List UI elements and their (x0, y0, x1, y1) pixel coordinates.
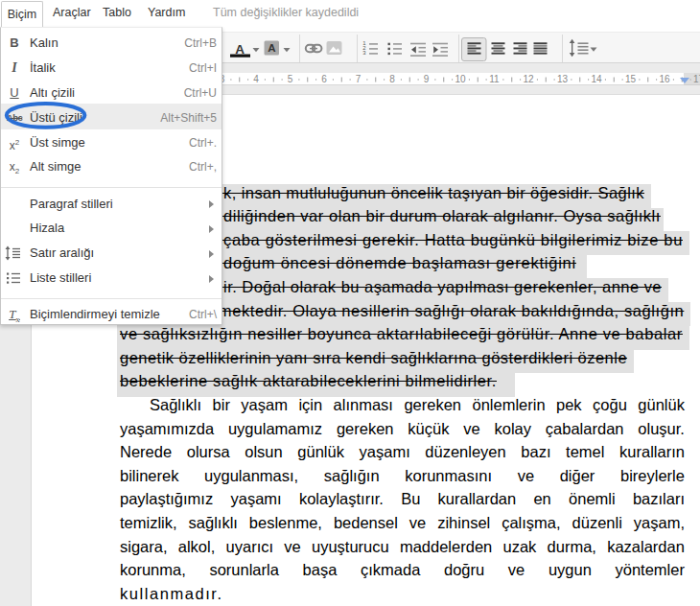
svg-text:17: 17 (693, 74, 700, 84)
svg-text:8: 8 (389, 74, 395, 84)
svg-text:5: 5 (288, 74, 293, 84)
svg-text:6: 6 (321, 74, 327, 84)
svg-text:3: 3 (362, 50, 366, 56)
svg-text:7: 7 (356, 74, 362, 84)
svg-text:4: 4 (253, 74, 259, 84)
svg-text:13: 13 (557, 74, 569, 84)
svg-text:11: 11 (489, 74, 500, 84)
svg-text:9: 9 (424, 74, 430, 84)
svg-text:12: 12 (523, 74, 534, 84)
svg-text:16: 16 (659, 74, 670, 84)
svg-text:A: A (268, 42, 275, 54)
svg-text:15: 15 (625, 74, 637, 84)
svg-text:10: 10 (455, 74, 466, 84)
svg-text:14: 14 (591, 74, 602, 84)
